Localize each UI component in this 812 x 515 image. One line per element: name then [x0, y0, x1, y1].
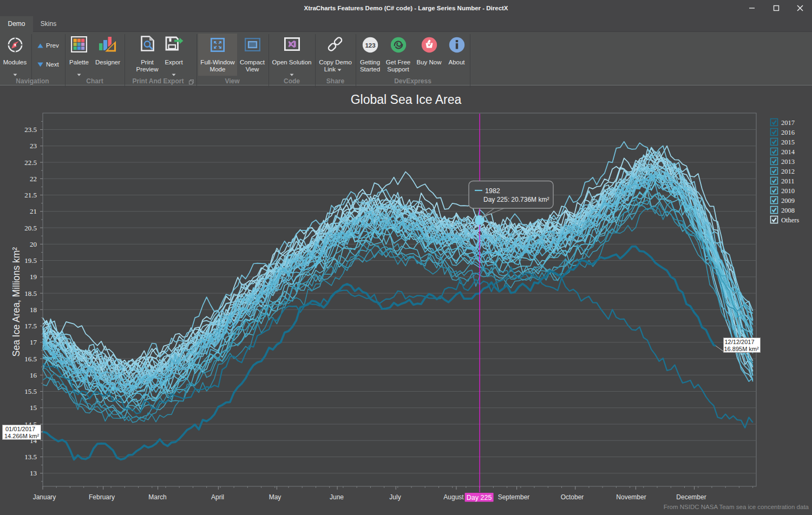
svg-text:15: 15 — [30, 404, 37, 412]
svg-text:21: 21 — [30, 207, 37, 215]
svg-text:July: July — [389, 493, 401, 501]
svg-text:17.5: 17.5 — [24, 322, 37, 330]
svg-text:16: 16 — [30, 371, 37, 379]
svg-text:22: 22 — [30, 175, 37, 183]
svg-text:18: 18 — [30, 306, 37, 314]
svg-text:13: 13 — [30, 469, 37, 477]
svg-text:2012: 2012 — [781, 168, 795, 175]
svg-text:15.5: 15.5 — [24, 387, 37, 395]
svg-text:Global Sea Ice Area: Global Sea Ice Area — [351, 93, 462, 107]
svg-text:June: June — [330, 493, 344, 501]
svg-text:19.5: 19.5 — [24, 256, 37, 265]
svg-text:From NSIDC NASA Team sea ice c: From NSIDC NASA Team sea ice concentrati… — [664, 504, 809, 510]
svg-text:Day 225: Day 225 — [467, 494, 492, 501]
svg-text:2010: 2010 — [781, 187, 795, 195]
svg-text:2008: 2008 — [781, 207, 795, 214]
svg-text:October: October — [561, 493, 584, 501]
svg-text:21.5: 21.5 — [24, 191, 37, 199]
svg-text:March: March — [148, 493, 166, 501]
svg-text:2013: 2013 — [781, 158, 795, 166]
svg-text:2016: 2016 — [781, 129, 795, 136]
svg-text:13.5: 13.5 — [24, 453, 37, 461]
svg-text:19: 19 — [30, 273, 37, 281]
svg-text:12/12/2017: 12/12/2017 — [725, 339, 755, 345]
svg-text:2009: 2009 — [781, 197, 795, 204]
svg-text:Others: Others — [781, 216, 799, 224]
svg-text:18.5: 18.5 — [24, 289, 37, 298]
svg-text:September: September — [498, 493, 530, 501]
svg-text:December: December — [676, 493, 706, 501]
svg-text:1982: 1982 — [485, 187, 500, 195]
svg-text:01/01/2017: 01/01/2017 — [5, 426, 35, 432]
svg-text:23: 23 — [30, 142, 37, 150]
svg-text:16.895M km²: 16.895M km² — [724, 346, 759, 352]
svg-text:February: February — [89, 493, 115, 501]
svg-text:January: January — [33, 493, 56, 501]
svg-text:May: May — [269, 493, 281, 501]
svg-text:23.5: 23.5 — [24, 126, 37, 134]
svg-text:August: August — [443, 493, 464, 501]
svg-text:20: 20 — [30, 240, 37, 248]
svg-text:2017: 2017 — [781, 119, 795, 127]
svg-text:November: November — [616, 493, 646, 501]
svg-text:2011: 2011 — [781, 177, 795, 185]
svg-text:17: 17 — [30, 338, 37, 346]
svg-text:20.5: 20.5 — [24, 224, 37, 232]
svg-text:22.5: 22.5 — [24, 159, 37, 167]
svg-text:2014: 2014 — [781, 148, 795, 156]
svg-text:14.266M km²: 14.266M km² — [4, 433, 40, 439]
svg-text:Sea Ice Area, Millions km²: Sea Ice Area, Millions km² — [11, 247, 22, 356]
svg-text:2015: 2015 — [781, 138, 795, 146]
svg-text:April: April — [211, 493, 224, 501]
svg-text:16.5: 16.5 — [24, 355, 37, 363]
svg-text:Day 225: 20.736M km²: Day 225: 20.736M km² — [483, 196, 549, 203]
